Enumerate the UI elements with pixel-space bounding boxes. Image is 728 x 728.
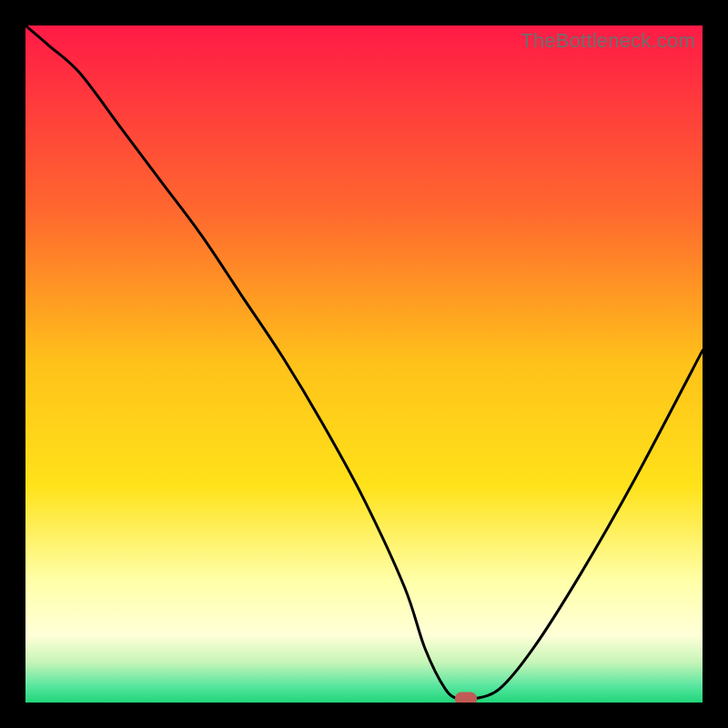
watermark-text: TheBottleneck.com	[521, 29, 695, 53]
plot-area: TheBottleneck.com	[25, 25, 703, 703]
chart-frame: TheBottleneck.com	[0, 0, 728, 728]
svg-rect-0	[25, 25, 703, 703]
background-gradient	[25, 25, 703, 703]
